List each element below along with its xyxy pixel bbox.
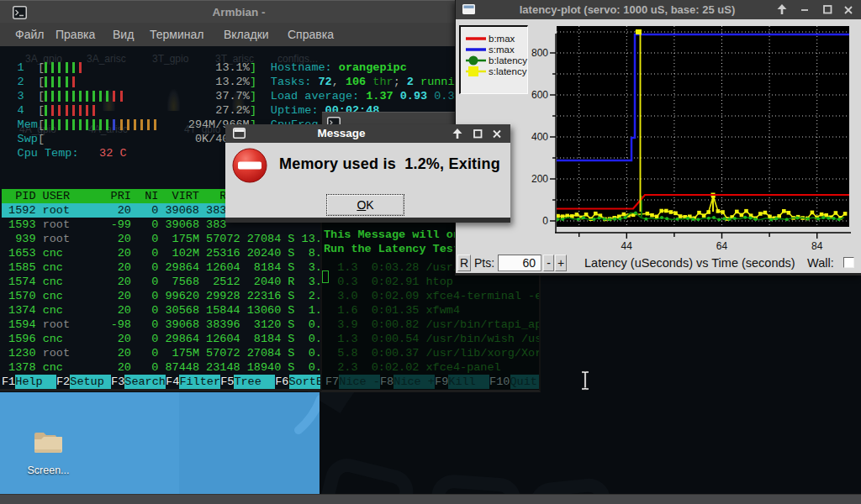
svg-text:800: 800: [531, 47, 548, 59]
svg-text:84: 84: [811, 240, 823, 252]
svg-text:s:latency: s:latency: [489, 66, 527, 76]
svg-text:b:latency: b:latency: [489, 55, 527, 66]
svg-text:200: 200: [531, 173, 548, 185]
svg-text:s:max: s:max: [489, 45, 515, 55]
svg-text:44: 44: [621, 240, 633, 252]
svg-text:64: 64: [716, 240, 728, 252]
svg-text:b:max: b:max: [489, 34, 515, 44]
svg-text:600: 600: [531, 89, 548, 101]
svg-text:400: 400: [531, 131, 548, 143]
svg-text:0: 0: [542, 215, 548, 227]
